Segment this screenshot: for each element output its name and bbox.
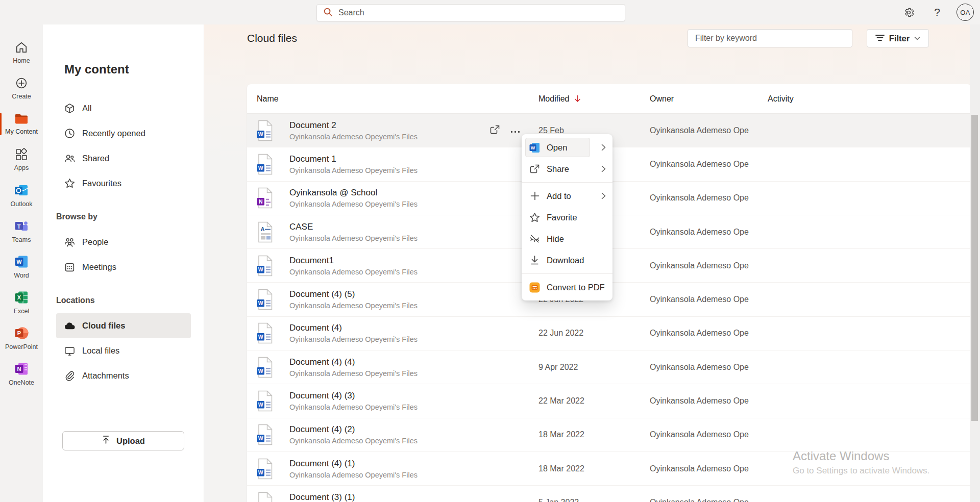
column-header-label: Modified <box>538 94 569 104</box>
row-more-options-button[interactable] <box>510 126 520 135</box>
rail-item-onenote[interactable]: NOneNote <box>0 356 43 392</box>
filter-icon <box>875 34 885 43</box>
table-header-row: Name Modified Owner Activity <box>247 84 971 114</box>
account-avatar[interactable]: OA <box>957 4 974 21</box>
word-file-icon: W <box>257 357 274 378</box>
sidebar-item-people[interactable]: People <box>56 230 191 255</box>
word-file-icon: W <box>257 458 274 480</box>
file-name-text: Document (4) (5)Oyinkansola Ademeso Opey… <box>289 289 418 310</box>
settings-gear-icon[interactable] <box>902 7 915 18</box>
sidebar-item-label: People <box>82 237 108 247</box>
main-content: Cloud files Filter Name Modified <box>204 24 980 502</box>
menu-item-label: Add to <box>547 191 571 201</box>
sidebar-item-label: Favourites <box>82 179 121 188</box>
nav-section-label: Locations <box>56 295 191 306</box>
rail-item-word[interactable]: WWord <box>0 249 43 285</box>
sidebar-item-local-files[interactable]: Local files <box>56 338 191 363</box>
file-name-cell: WDocument (3) (1)Oyinkansola Ademeso Ope… <box>247 486 538 502</box>
create-icon <box>15 77 28 90</box>
sort-descending-arrow-icon <box>574 95 581 103</box>
svg-text:W: W <box>258 266 263 272</box>
svg-text:T: T <box>17 223 21 230</box>
scrollbar-thumb[interactable] <box>971 115 978 421</box>
onenote-file-icon: N <box>257 187 274 209</box>
sidebar-item-all[interactable]: All <box>56 96 191 121</box>
table-row[interactable]: WDocument (4) (4)Oyinkansola Ademeso Ope… <box>247 350 971 384</box>
menu-item-download[interactable]: Download <box>522 249 612 271</box>
menu-item-share[interactable]: Share <box>522 158 612 180</box>
word-file-icon: W <box>257 492 274 502</box>
rail-item-my-content[interactable]: My Content <box>0 106 43 142</box>
filter-button[interactable]: Filter <box>867 29 929 47</box>
download-icon <box>529 255 540 265</box>
menu-item-add-to[interactable]: Add to <box>522 185 612 207</box>
upload-button[interactable]: Upload <box>62 431 184 450</box>
table-row[interactable]: WDocument (4) (2)Oyinkansola Ademeso Ope… <box>247 418 971 452</box>
word-file-icon: W <box>257 289 274 310</box>
file-location-subtitle: Oyinkansola Ademeso Opeyemi's Files <box>289 200 418 208</box>
teams-icon: T <box>14 219 29 233</box>
sidebar-item-shared[interactable]: Shared <box>56 146 191 171</box>
sidebar-item-label: All <box>82 104 91 113</box>
sidebar-item-cloud-files[interactable]: Cloud files <box>56 313 191 338</box>
column-header-name[interactable]: Name <box>247 94 538 104</box>
rail-item-excel[interactable]: XExcel <box>0 285 43 320</box>
column-header-owner[interactable]: Owner <box>650 94 768 104</box>
sidebar-item-favourites[interactable]: Favourites <box>56 171 191 196</box>
word-file-icon: W <box>257 154 274 175</box>
clock-icon <box>64 128 75 139</box>
table-row[interactable]: WDocument (4) (1)Oyinkansola Ademeso Ope… <box>247 452 971 486</box>
menu-item-open[interactable]: WOpen <box>522 137 612 158</box>
menu-divider <box>522 273 612 274</box>
sidebar-item-meetings[interactable]: Meetings <box>56 255 191 280</box>
chevron-right-icon <box>601 165 606 172</box>
menu-item-hide[interactable]: Hide <box>522 228 612 249</box>
file-name-cell: NOyinkansola @ SchoolOyinkansola Ademeso… <box>247 182 538 215</box>
file-location-subtitle: Oyinkansola Ademeso Opeyemi's Files <box>289 471 418 479</box>
rail-item-teams[interactable]: TTeams <box>0 213 43 249</box>
column-header-modified[interactable]: Modified <box>538 94 650 104</box>
table-row[interactable]: WDocument (3) (1)Oyinkansola Ademeso Ope… <box>247 486 971 502</box>
table-row[interactable]: WDocument (4) (3)Oyinkansola Ademeso Ope… <box>247 384 971 418</box>
menu-item-label: Hide <box>547 234 564 244</box>
sidebar-item-recently-opened[interactable]: Recently opened <box>56 121 191 146</box>
search-input[interactable] <box>338 8 619 17</box>
modified-date-cell: 22 Mar 2022 <box>538 396 650 406</box>
owner-cell: Oyinkansola Ademeso Ope <box>650 126 768 135</box>
vertical-scrollbar[interactable] <box>970 24 980 502</box>
rail-item-apps[interactable]: Apps <box>0 142 43 178</box>
row-share-button[interactable] <box>489 124 500 137</box>
rail-item-create[interactable]: Create <box>0 70 43 106</box>
file-name-cell: WDocument (4) (1)Oyinkansola Ademeso Ope… <box>247 452 538 485</box>
file-name: Document (4) (3) <box>289 391 418 401</box>
file-name-text: Document (3) (1)Oyinkansola Ademeso Opey… <box>289 492 418 502</box>
plus-icon <box>529 191 540 201</box>
column-header-label: Name <box>257 94 279 104</box>
rail-item-home[interactable]: Home <box>0 35 43 70</box>
svg-text:P: P <box>17 330 21 336</box>
star-icon <box>529 212 540 223</box>
modified-date-cell: 25 Feb <box>538 126 650 135</box>
file-name-text: Document (4) (3)Oyinkansola Ademeso Opey… <box>289 391 418 411</box>
rail-item-outlook[interactable]: Outlook <box>0 178 43 213</box>
menu-item-convert-to-pdf[interactable]: Convert to PDF <box>522 277 612 298</box>
people-group-icon <box>64 237 75 247</box>
rail-item-powerpoint[interactable]: PPowerPoint <box>0 320 43 356</box>
rail-item-label: Create <box>12 93 31 100</box>
cloud-icon <box>64 321 75 330</box>
column-header-label: Activity <box>768 94 794 104</box>
share-icon <box>529 164 540 174</box>
file-location-subtitle: Oyinkansola Ademeso Opeyemi's Files <box>289 166 418 174</box>
svg-text:W: W <box>258 435 263 441</box>
search-box[interactable] <box>316 4 625 21</box>
sidebar-item-attachments[interactable]: Attachments <box>56 363 191 388</box>
paperclip-icon <box>64 370 75 381</box>
help-icon[interactable]: ? <box>933 6 941 18</box>
share-icon <box>489 124 500 137</box>
filter-keyword-input[interactable] <box>688 29 852 47</box>
column-header-activity[interactable]: Activity <box>768 94 971 104</box>
file-name-cell: WDocument (4) (4)Oyinkansola Ademeso Ope… <box>247 350 538 384</box>
table-row[interactable]: WDocument (4)Oyinkansola Ademeso Opeyemi… <box>247 317 971 350</box>
menu-item-favorite[interactable]: Favorite <box>522 207 612 228</box>
file-location-subtitle: Oyinkansola Ademeso Opeyemi's Files <box>289 335 418 343</box>
